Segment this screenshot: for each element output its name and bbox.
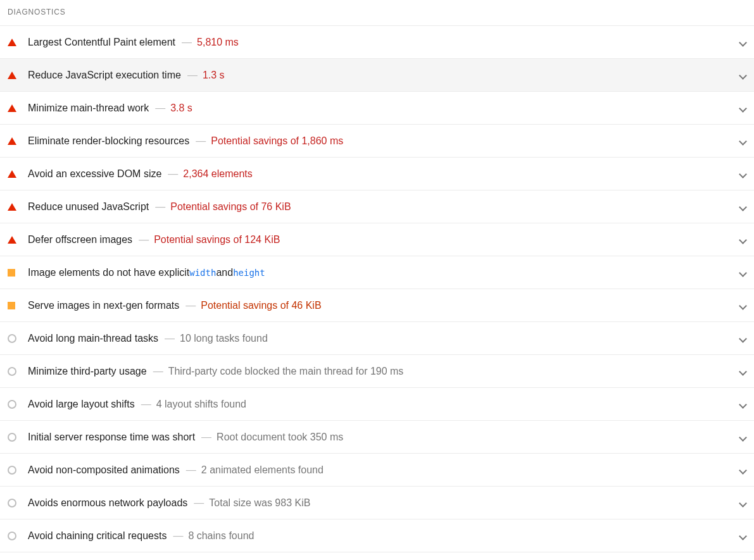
chevron-down-icon (739, 203, 746, 211)
chevron-down-icon (739, 302, 746, 309)
separator-dash: — (168, 168, 178, 180)
audit-row[interactable]: Serve images in next-gen formats—Potenti… (0, 289, 754, 322)
circle-info-icon (8, 367, 16, 376)
triangle-fail-icon (8, 170, 16, 178)
audit-row[interactable]: Reduce JavaScript execution time—1.3 s (0, 59, 754, 92)
audit-metric: 2 animated elements found (201, 464, 324, 476)
audit-row[interactable]: Eliminate render-blocking resources—Pote… (0, 125, 754, 158)
chevron-down-icon (739, 39, 746, 46)
expand-toggle[interactable] (727, 532, 746, 540)
audit-title-text: Avoid non-composited animations (28, 464, 180, 476)
expand-toggle[interactable] (727, 104, 746, 112)
expand-toggle[interactable] (727, 137, 746, 145)
audit-title-text: Serve images in next-gen formats (28, 300, 179, 311)
audit-title-text: Defer offscreen images (28, 234, 132, 246)
expand-toggle[interactable] (727, 269, 746, 277)
audit-title: Image elements do not have explicit widt… (28, 267, 727, 278)
chevron-down-icon (739, 368, 746, 375)
audit-severity-icon-wrapper (8, 367, 28, 376)
audit-metric: 10 long tasks found (180, 333, 268, 344)
expand-toggle[interactable] (727, 335, 746, 342)
audit-row[interactable]: Minimize main-thread work—3.8 s (0, 92, 754, 125)
audit-title: Avoid non-composited animations—2 animat… (28, 464, 727, 476)
expand-toggle[interactable] (727, 499, 746, 507)
audit-severity-icon-wrapper (8, 236, 28, 244)
audit-row[interactable]: Avoid chaining critical requests—8 chain… (0, 520, 754, 552)
expand-toggle[interactable] (727, 170, 746, 178)
audit-row[interactable]: Avoid an excessive DOM size—2,364 elemen… (0, 158, 754, 190)
separator-dash: — (155, 103, 165, 114)
audit-metric: 8 chains found (188, 530, 254, 542)
audit-title-text: and (216, 267, 233, 278)
audit-title: Avoids enormous network payloads—Total s… (28, 497, 727, 509)
audit-row[interactable]: Largest Contentful Paint element—5,810 m… (0, 26, 754, 59)
separator-dash: — (196, 135, 206, 147)
triangle-fail-icon (8, 104, 16, 112)
audit-title: Avoid long main-thread tasks—10 long tas… (28, 333, 727, 344)
audit-row[interactable]: Avoids enormous network payloads—Total s… (0, 487, 754, 520)
audit-title-text: Avoid an excessive DOM size (28, 168, 161, 180)
audit-severity-icon-wrapper (8, 499, 28, 507)
separator-dash: — (201, 432, 211, 443)
audit-row[interactable]: Image elements do not have explicit widt… (0, 256, 754, 289)
audit-severity-icon-wrapper (8, 334, 28, 343)
chevron-down-icon (739, 170, 746, 178)
audit-metric: Potential savings of 124 KiB (154, 234, 280, 246)
separator-dash: — (182, 37, 192, 48)
expand-toggle[interactable] (727, 39, 746, 46)
audit-title: Defer offscreen images—Potential savings… (28, 234, 727, 246)
audit-row[interactable]: Avoid long main-thread tasks—10 long tas… (0, 322, 754, 355)
separator-dash: — (139, 234, 149, 246)
expand-toggle[interactable] (727, 433, 746, 441)
audit-severity-icon-wrapper (8, 302, 28, 309)
expand-toggle[interactable] (727, 236, 746, 244)
chevron-down-icon (739, 532, 746, 540)
chevron-down-icon (739, 466, 746, 474)
separator-dash: — (185, 300, 196, 311)
expand-toggle[interactable] (727, 401, 746, 408)
audit-severity-icon-wrapper (8, 203, 28, 211)
expand-toggle[interactable] (727, 368, 746, 375)
separator-dash: — (194, 497, 204, 509)
separator-dash: — (153, 366, 163, 377)
triangle-fail-icon (8, 72, 16, 79)
audit-title-text: Largest Contentful Paint element (28, 37, 175, 48)
separator-dash: — (165, 333, 175, 344)
audit-row[interactable]: Avoid non-composited animations—2 animat… (0, 454, 754, 487)
audit-metric: Potential savings of 1,860 ms (211, 135, 343, 147)
audit-metric: 1.3 s (203, 70, 225, 81)
expand-toggle[interactable] (727, 72, 746, 79)
expand-toggle[interactable] (727, 302, 746, 309)
separator-dash: — (187, 70, 198, 81)
audit-severity-icon-wrapper (8, 39, 28, 46)
audit-row[interactable]: Initial server response time was short—R… (0, 421, 754, 454)
audit-severity-icon-wrapper (8, 269, 28, 277)
audit-metric: 5,810 ms (197, 37, 239, 48)
audit-row[interactable]: Minimize third-party usage—Third-party c… (0, 355, 754, 388)
diagnostics-section-header: DIAGNOSTICS (0, 0, 754, 25)
audit-row[interactable]: Defer offscreen images—Potential savings… (0, 223, 754, 256)
audit-severity-icon-wrapper (8, 72, 28, 79)
audit-title-text: Avoid long main-thread tasks (28, 333, 158, 344)
audit-title-text: Reduce unused JavaScript (28, 201, 149, 213)
audit-title-text: Image elements do not have explicit (28, 267, 189, 278)
audit-title-text: Minimize third-party usage (28, 366, 147, 377)
audit-title: Eliminate render-blocking resources—Pote… (28, 135, 727, 147)
square-average-icon (8, 302, 15, 309)
audit-title-text: Initial server response time was short (28, 432, 195, 443)
circle-info-icon (8, 433, 16, 442)
circle-info-icon (8, 334, 16, 343)
audit-row[interactable]: Avoid large layout shifts—4 layout shift… (0, 388, 754, 421)
separator-dash: — (186, 464, 196, 476)
circle-info-icon (8, 466, 16, 475)
audit-title: Reduce unused JavaScript—Potential savin… (28, 201, 727, 213)
chevron-down-icon (739, 72, 746, 79)
expand-toggle[interactable] (727, 466, 746, 474)
expand-toggle[interactable] (727, 203, 746, 211)
audit-row[interactable]: Reduce unused JavaScript—Potential savin… (0, 190, 754, 223)
audit-metric: Potential savings of 76 KiB (170, 201, 291, 213)
audit-title: Initial server response time was short—R… (28, 432, 727, 443)
chevron-down-icon (739, 104, 746, 112)
audit-title-text: Avoids enormous network payloads (28, 497, 187, 509)
triangle-fail-icon (8, 39, 16, 46)
